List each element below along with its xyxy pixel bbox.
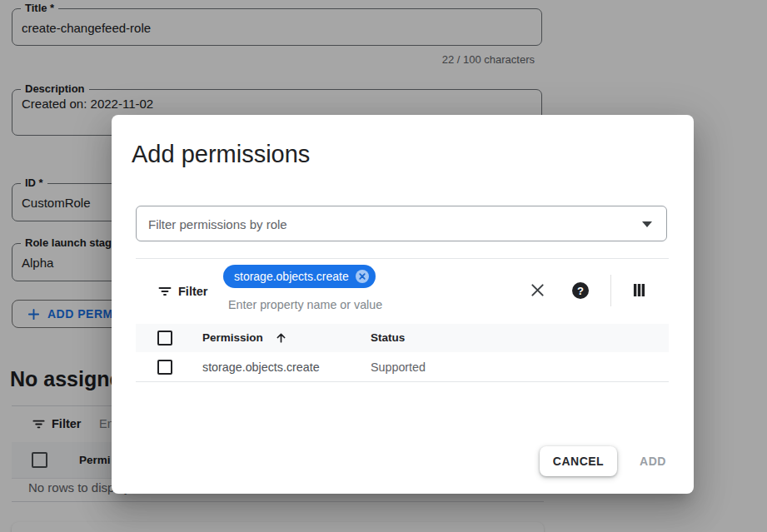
- row-status-cell: Supported: [371, 352, 426, 382]
- dropdown-arrow-icon[interactable]: [642, 221, 652, 227]
- role-filter-select[interactable]: Filter permissions by role: [136, 206, 667, 241]
- dialog-title: Add permissions: [132, 142, 310, 167]
- add-permissions-dialog: Add permissions Filter permissions by ro…: [112, 115, 694, 494]
- select-all-checkbox[interactable]: [157, 331, 172, 346]
- filter-label: Filter: [178, 284, 207, 299]
- create-role-screen: Title * create-changefeed-role 22 / 100 …: [0, 0, 767, 532]
- sort-ascending-icon[interactable]: [275, 331, 287, 344]
- filter-input[interactable]: Enter property name or value: [228, 298, 382, 311]
- add-button[interactable]: ADD: [632, 446, 674, 476]
- column-display-options-icon[interactable]: [633, 284, 645, 300]
- filter-chip-label: storage.objects.create: [234, 270, 349, 283]
- chip-remove-icon[interactable]: [355, 269, 370, 284]
- help-icon[interactable]: ?: [572, 282, 589, 299]
- status-column-header: Status: [371, 324, 405, 352]
- permission-column-header[interactable]: Permission: [202, 324, 263, 352]
- cancel-button[interactable]: CANCEL: [540, 446, 617, 476]
- filter-icon: [157, 284, 172, 299]
- toolbar-divider: [136, 258, 669, 259]
- row-permission-cell: storage.objects.create: [202, 352, 320, 382]
- row-checkbox[interactable]: [157, 360, 172, 375]
- filter-chip[interactable]: storage.objects.create: [223, 265, 376, 288]
- clear-filter-icon[interactable]: [530, 283, 545, 301]
- role-filter-select-placeholder: Filter permissions by role: [148, 216, 287, 231]
- toolbar-vertical-divider: [610, 275, 611, 306]
